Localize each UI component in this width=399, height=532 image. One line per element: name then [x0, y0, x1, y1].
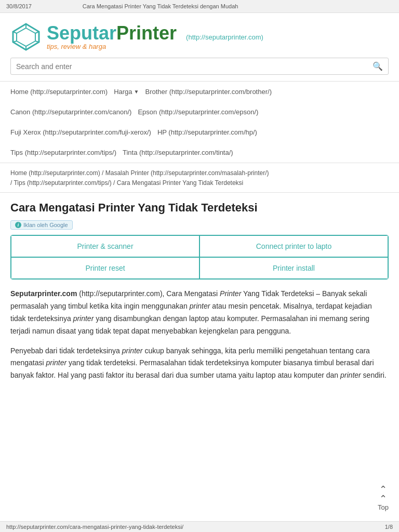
ads-label-text: Iklan oleh Google	[23, 222, 68, 228]
logo-brand: SeputarPrinter	[47, 24, 177, 43]
breadcrumb-sep1: /	[102, 169, 105, 177]
nav-area: Home (http://seputarprinter.com) Harga ▼…	[0, 81, 399, 163]
ad-buttons-grid: Printer & scanner Connect printer to lap…	[10, 235, 389, 280]
ad-btn-connect-printer[interactable]: Connect printer to lapto	[200, 235, 388, 257]
brand-name: Seputarprinter.com	[10, 289, 77, 298]
article-paragraph-1: Seputarprinter.com (http://seputarprinte…	[10, 288, 389, 337]
nav-fuji-xerox[interactable]: Fuji Xerox (http://seputarprinter.com/fu…	[10, 125, 157, 139]
browser-title: Cara Mengatasi Printer Yang Tidak Terdet…	[83, 3, 238, 9]
nav-row-2: Canon (http://seputarprinter.com/canon/)…	[10, 102, 389, 122]
ad-btn-printer-reset[interactable]: Printer reset	[11, 257, 200, 279]
browser-bar: 30/8/2017 Cara Mengatasi Printer Yang Ti…	[0, 0, 399, 13]
nav-harga[interactable]: Harga ▼	[114, 85, 145, 99]
article-paragraph-2: Penyebab dari tidak terdeteksinya printe…	[10, 345, 389, 382]
nav-home[interactable]: Home (http://seputarprinter.com)	[10, 85, 114, 99]
content-section: Cara Mengatasi Printer Yang Tidak Terdet…	[0, 193, 399, 397]
nav-row-3: Fuji Xerox (http://seputarprinter.com/fu…	[10, 122, 389, 142]
breadcrumb-masalah[interactable]: Masalah Printer (http://seputarprinter.c…	[105, 169, 269, 177]
search-bar[interactable]: 🔍	[10, 58, 389, 75]
header: SeputarPrinter tips, review & harga (htt…	[0, 13, 399, 75]
nav-row-1: Home (http://seputarprinter.com) Harga ▼…	[10, 82, 389, 102]
nav-canon[interactable]: Canon (http://seputarprinter.com/canon/)	[10, 105, 138, 119]
logo-printer: Printer	[116, 22, 177, 44]
browser-date: 30/8/2017	[6, 3, 32, 9]
search-icon: 🔍	[373, 61, 383, 71]
nav-epson[interactable]: Epson (http://seputarprinter.com/epson/)	[138, 105, 264, 119]
logo-tagline: tips, review & harga	[47, 43, 177, 50]
logo-url[interactable]: (http://seputarprinter.com)	[186, 33, 263, 41]
logo-area: SeputarPrinter tips, review & harga (htt…	[10, 21, 389, 52]
ads-info-icon: i	[15, 222, 21, 228]
ad-btn-printer-scanner[interactable]: Printer & scanner	[11, 235, 200, 257]
page-title: Cara Mengatasi Printer Yang Tidak Terdet…	[10, 201, 389, 215]
nav-tinta[interactable]: Tinta (http://seputarprinter.com/tinta/)	[123, 145, 240, 159]
breadcrumb-sep3: /	[113, 179, 117, 187]
logo-icon	[10, 21, 42, 52]
logo-seputar: Seputar	[47, 22, 116, 44]
breadcrumb-tips[interactable]: Tips (http://seputarprinter.com/tips/)	[14, 179, 111, 187]
nav-row-4: Tips (http://seputarprinter.com/tips/) T…	[10, 142, 389, 163]
nav-tips[interactable]: Tips (http://seputarprinter.com/tips/)	[10, 145, 123, 159]
harga-chevron-icon: ▼	[134, 89, 139, 95]
svg-marker-1	[17, 28, 35, 46]
search-input[interactable]	[16, 62, 373, 71]
logo-text-group: SeputarPrinter tips, review & harga	[47, 24, 177, 50]
nav-hp[interactable]: HP (http://seputarprinter.com/hp/)	[157, 125, 263, 139]
article-body: Seputarprinter.com (http://seputarprinte…	[10, 288, 389, 382]
breadcrumb-current: Cara Mengatasi Printer Yang Tidak Terdet…	[117, 179, 243, 187]
ads-label: i Iklan oleh Google	[10, 220, 73, 230]
ad-btn-printer-install[interactable]: Printer install	[200, 257, 388, 279]
nav-brother[interactable]: Brother (http://seputarprinter.com/broth…	[145, 85, 278, 99]
breadcrumb-home[interactable]: Home (http://seputarprinter.com)	[10, 169, 100, 177]
breadcrumb: Home (http://seputarprinter.com) / Masal…	[0, 163, 399, 193]
